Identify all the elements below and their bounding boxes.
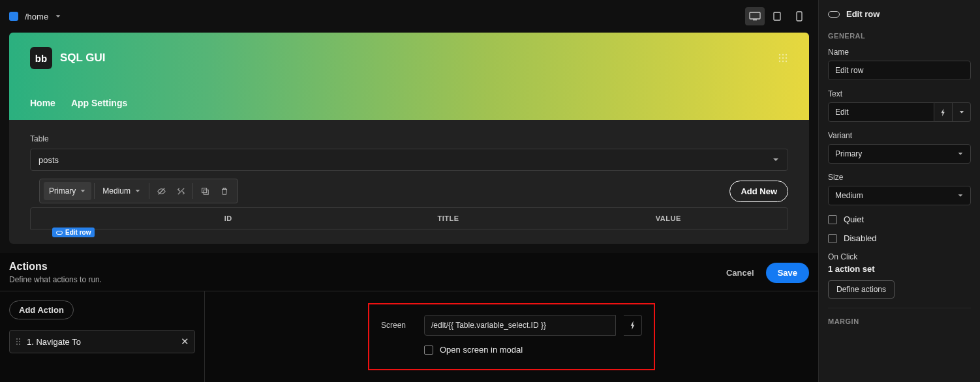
- open-modal-checkbox[interactable]: [424, 345, 433, 355]
- screen-input[interactable]: [424, 315, 616, 336]
- text-label: Text: [828, 89, 971, 98]
- svg-rect-2: [774, 12, 780, 20]
- quiet-checkbox[interactable]: [828, 215, 837, 224]
- topbar: /home: [0, 0, 818, 33]
- actions-panel: Actions Define what actions to run. Canc…: [0, 253, 818, 382]
- selected-component-chip[interactable]: Edit row: [52, 228, 95, 237]
- drag-handle-icon[interactable]: [16, 338, 20, 345]
- disabled-label: Disabled: [844, 233, 877, 243]
- variant-label: Variant: [828, 131, 971, 140]
- onclick-value: 1 action set: [828, 264, 971, 274]
- size-select[interactable]: Medium: [828, 186, 971, 205]
- device-desktop[interactable]: [745, 7, 765, 25]
- disabled-checkbox[interactable]: [828, 234, 837, 243]
- quiet-label: Quiet: [844, 214, 864, 224]
- component-floating-toolbar: Primary Medium: [39, 179, 238, 203]
- variant-select[interactable]: Primary: [828, 144, 971, 164]
- visibility-off-icon[interactable]: [152, 182, 170, 200]
- text-input[interactable]: [828, 102, 934, 122]
- svg-point-5: [782, 54, 784, 55]
- screen-chip-icon: [9, 12, 18, 21]
- add-new-button[interactable]: Add New: [729, 181, 788, 202]
- svg-point-6: [786, 54, 787, 55]
- toolbar-variant-select[interactable]: Primary: [44, 182, 91, 200]
- svg-rect-0: [750, 12, 760, 19]
- table-col-value: VALUE: [559, 214, 778, 222]
- svg-point-7: [779, 57, 780, 59]
- section-general: GENERAL: [828, 32, 971, 40]
- duplicate-icon[interactable]: [196, 182, 214, 200]
- define-actions-button[interactable]: Define actions: [828, 280, 895, 299]
- save-button[interactable]: Save: [766, 263, 809, 283]
- delete-icon[interactable]: [215, 182, 234, 200]
- onclick-label: On Click: [828, 252, 971, 261]
- button-icon: [828, 11, 840, 18]
- toolbar-size-select[interactable]: Medium: [97, 182, 146, 200]
- section-margin: MARGIN: [828, 317, 971, 325]
- remove-action-icon[interactable]: ✕: [181, 336, 189, 347]
- grip-icon[interactable]: [778, 53, 788, 63]
- device-preview-group: [745, 7, 809, 25]
- actions-subtitle: Define what actions to run.: [9, 275, 102, 284]
- svg-point-8: [782, 57, 784, 59]
- table-select-value: posts: [38, 155, 59, 165]
- nav-app-settings[interactable]: App Settings: [71, 98, 127, 108]
- text-bolt-icon[interactable]: [934, 102, 953, 122]
- table-col-id: ID: [118, 214, 338, 222]
- app-header: bb SQL GUI Home App Settings: [9, 33, 809, 120]
- action-item-label: 1. Navigate To: [27, 337, 81, 347]
- device-tablet[interactable]: [767, 7, 787, 25]
- table-select[interactable]: posts: [30, 149, 788, 171]
- add-action-button[interactable]: Add Action: [9, 301, 74, 319]
- bindings-bolt-icon[interactable]: [624, 315, 642, 336]
- table-col-blank: [40, 214, 118, 222]
- size-label: Size: [828, 173, 971, 182]
- svg-point-12: [786, 61, 787, 62]
- svg-point-11: [782, 61, 784, 62]
- properties-panel: Edit row GENERAL Name Text Variant Prima…: [818, 0, 980, 382]
- breadcrumb[interactable]: /home: [25, 12, 48, 22]
- open-modal-label: Open screen in modal: [440, 345, 523, 355]
- nav-home[interactable]: Home: [30, 98, 55, 108]
- table-header-row: ID TITLE VALUE: [30, 207, 788, 229]
- button-icon: [56, 231, 63, 235]
- screen-field-label: Screen: [381, 321, 412, 330]
- device-mobile[interactable]: [789, 7, 809, 25]
- actions-title: Actions: [9, 261, 102, 272]
- cancel-button[interactable]: Cancel: [726, 268, 754, 278]
- svg-rect-14: [202, 188, 207, 193]
- tools-off-icon[interactable]: [172, 182, 190, 200]
- svg-point-9: [786, 57, 787, 59]
- action-config-box: Screen Open screen in modal: [368, 303, 655, 370]
- svg-rect-3: [797, 12, 802, 21]
- action-item-navigate[interactable]: 1. Navigate To ✕: [9, 330, 195, 353]
- name-input[interactable]: [828, 61, 971, 80]
- svg-point-4: [779, 54, 780, 55]
- table-col-title: TITLE: [338, 214, 558, 222]
- name-label: Name: [828, 48, 971, 57]
- component-name-heading: Edit row: [846, 9, 880, 19]
- chevron-down-icon[interactable]: [55, 13, 61, 20]
- app-title: SQL GUI: [60, 51, 106, 65]
- app-logo: bb: [30, 47, 52, 69]
- app-preview-canvas: bb SQL GUI Home App Settings Table posts: [9, 33, 809, 244]
- text-dropdown-icon[interactable]: [953, 102, 971, 122]
- svg-point-10: [779, 61, 780, 62]
- svg-rect-1: [753, 20, 757, 20]
- table-field-label: Table: [30, 134, 788, 143]
- svg-rect-15: [204, 190, 208, 194]
